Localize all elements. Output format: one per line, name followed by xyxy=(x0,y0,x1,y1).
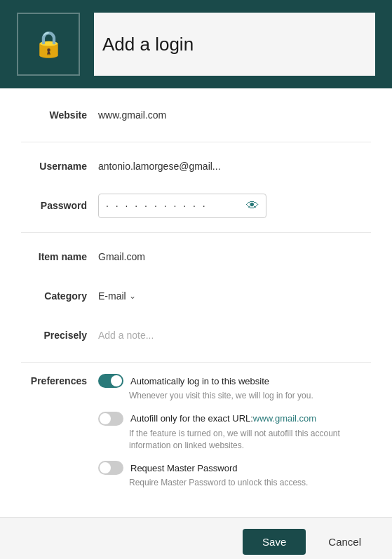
pref-master-password: Request Master Password Require Master P… xyxy=(98,461,371,489)
category-row: Category E-mail ⌄ xyxy=(21,283,371,309)
pref-exact-url-header: Autofill only for the exact URL:www.gmai… xyxy=(98,412,371,426)
cancel-button[interactable]: Cancel xyxy=(314,529,375,555)
toggle-master-password[interactable] xyxy=(98,461,123,475)
item-name-label: Item name xyxy=(21,251,98,262)
pref-exact-url-link[interactable]: www.gmail.com xyxy=(253,413,316,424)
item-name-row: Item name Gmail.com xyxy=(21,244,371,269)
toggle-thumb xyxy=(111,375,122,386)
website-label: Website xyxy=(21,109,98,121)
toggle-track-on xyxy=(98,374,123,388)
pref-master-password-desc: Require Master Password to unlock this a… xyxy=(129,477,371,489)
category-text: E-mail xyxy=(98,290,126,302)
category-value[interactable]: E-mail ⌄ xyxy=(98,290,371,302)
divider-2 xyxy=(21,232,371,233)
preferences-label: Preferences xyxy=(21,374,98,386)
pref-auto-login-desc: Whenever you visit this site, we will lo… xyxy=(129,390,371,402)
header: 🔒 Add a login xyxy=(0,0,392,88)
toggle-track-off-2 xyxy=(98,461,123,475)
eye-icon[interactable]: 👁 xyxy=(246,198,259,213)
chevron-down-icon: ⌄ xyxy=(129,291,136,301)
page-title: Add a login xyxy=(94,13,375,76)
pref-exact-url-desc: If the feature is turned on, we will not… xyxy=(129,428,371,452)
username-label: Username xyxy=(21,161,98,172)
form-content: Website www.gmail.com Username antonio.l… xyxy=(0,88,392,517)
toggle-exact-url[interactable] xyxy=(98,412,123,426)
pref-exact-url-prefix: Autofill only for the exact URL: xyxy=(130,413,253,424)
note-placeholder[interactable]: Add a note... xyxy=(98,330,371,341)
preferences-row: Preferences Automatically log in to this… xyxy=(21,374,371,489)
lock-icon: 🔒 xyxy=(33,32,65,57)
toggle-thumb-2 xyxy=(100,462,111,473)
header-icon-box: 🔒 xyxy=(17,13,80,76)
pref-master-password-header: Request Master Password xyxy=(98,461,371,475)
footer: Save Cancel xyxy=(0,517,392,559)
pref-auto-login-header: Automatically log in to this website xyxy=(98,374,371,388)
website-row: Website www.gmail.com xyxy=(21,102,371,128)
precisely-row: Precisely Add a note... xyxy=(21,323,371,348)
username-row: Username antonio.lamorgese@gmail... xyxy=(21,154,371,179)
precisely-label: Precisely xyxy=(21,330,98,341)
save-button[interactable]: Save xyxy=(243,529,306,555)
pref-auto-login-title: Automatically log in to this website xyxy=(130,376,269,386)
divider-1 xyxy=(21,142,371,142)
preferences-content: Automatically log in to this website Whe… xyxy=(98,374,371,489)
password-row: Password · · · · · · · · · · · 👁 xyxy=(21,193,371,218)
category-label: Category xyxy=(21,290,98,302)
divider-3 xyxy=(21,362,371,363)
pref-auto-login: Automatically log in to this website Whe… xyxy=(98,374,371,402)
toggle-auto-login[interactable] xyxy=(98,374,123,388)
password-field[interactable]: · · · · · · · · · · · 👁 xyxy=(98,194,266,218)
username-value: antonio.lamorgese@gmail... xyxy=(98,161,371,172)
pref-exact-url-title: Autofill only for the exact URL:www.gmai… xyxy=(130,413,316,424)
website-value: www.gmail.com xyxy=(98,109,371,121)
toggle-thumb xyxy=(100,413,111,424)
pref-master-password-title: Request Master Password xyxy=(130,463,237,473)
password-label: Password xyxy=(21,200,98,211)
item-name-value: Gmail.com xyxy=(98,251,371,262)
password-dots: · · · · · · · · · · · xyxy=(106,200,246,211)
pref-exact-url: Autofill only for the exact URL:www.gmai… xyxy=(98,412,371,452)
toggle-track-off xyxy=(98,412,123,426)
